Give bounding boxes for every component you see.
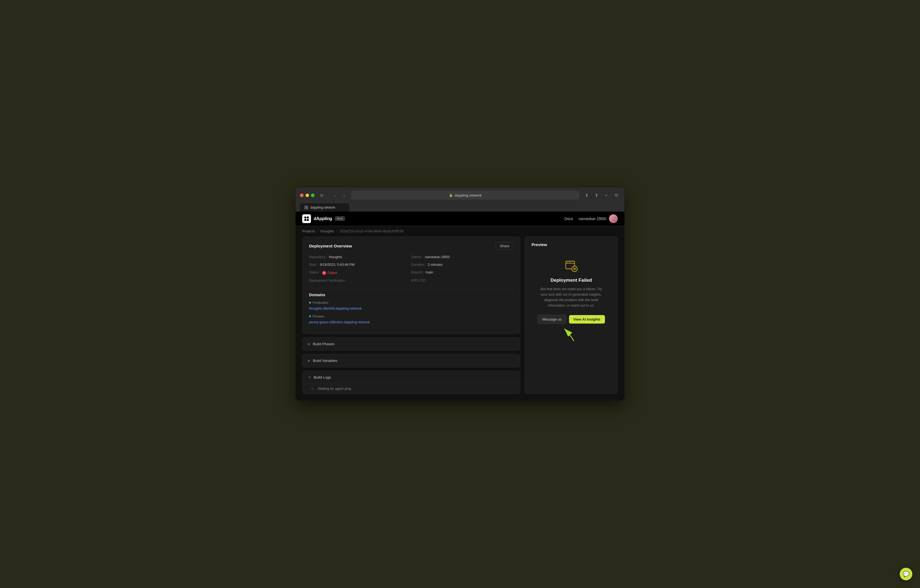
browser-window: ⊞ ‹ › 🔒 dappling.network ⬇ ⬆ ＋ ⧉ dapplin… xyxy=(296,187,624,401)
header-right: Docs namaskar-1f650 xyxy=(564,214,618,223)
duration-item: Duration : 2 minutes xyxy=(411,263,513,267)
right-panel: Preview xyxy=(525,236,618,394)
start-label: Start : xyxy=(309,263,318,267)
back-button[interactable]: ‹ xyxy=(331,191,339,199)
branch-value: main xyxy=(426,270,433,274)
repository-label: Repository : xyxy=(309,255,327,259)
preview-heading: Deployment Failed xyxy=(551,278,592,283)
card-title: Deployment Overview xyxy=(309,244,352,248)
url-text: dappling.network xyxy=(455,193,481,197)
log-num: 0 xyxy=(308,387,313,391)
preview-description: But that does not make you a failure. Tr… xyxy=(537,286,606,308)
minimize-traffic-light[interactable] xyxy=(306,194,309,197)
production-domain-link[interactable]: thoughts-9be50d.dappling.network xyxy=(309,307,362,310)
sidebar-toggle-button[interactable]: ⊞ xyxy=(318,191,326,199)
preview-dot xyxy=(309,315,311,317)
build-logs-chevron: ▼ xyxy=(308,376,311,379)
owner-item: Owner : namaskar-1f650 xyxy=(411,255,513,259)
preview-domain-label: Preview xyxy=(309,315,513,318)
deploy-failed-icon xyxy=(564,260,578,273)
close-traffic-light[interactable] xyxy=(300,194,304,197)
repository-value: thoughts xyxy=(329,255,342,259)
active-tab[interactable]: dappling.network xyxy=(300,204,349,212)
ipfs-cid-label: IPFS CID : xyxy=(411,279,428,283)
deployment-overview-card: Deployment Overview Share Repository : t… xyxy=(302,236,520,334)
left-panel: Deployment Overview Share Repository : t… xyxy=(302,236,520,394)
preview-domain-link[interactable]: peony-grass-o38m4zs.dappling.network xyxy=(309,320,370,324)
duration-value: 2 minutes xyxy=(428,263,442,267)
breadcrumb-thoughts[interactable]: thoughts xyxy=(321,229,334,233)
build-variables-header[interactable]: ▶ Build Variables xyxy=(303,354,520,367)
build-logs-header[interactable]: ▼ Build Logs xyxy=(303,371,520,384)
breadcrumb-sep-2: / xyxy=(336,229,337,233)
share-button[interactable]: ⬆ xyxy=(593,191,600,199)
arrow-annotation xyxy=(556,326,586,342)
start-item: Start : 9/19/2023, 5:43:46 PM xyxy=(309,263,411,267)
forward-button[interactable]: › xyxy=(340,191,348,199)
owner-value: namaskar-1f650 xyxy=(425,255,450,259)
view-ai-insights-button[interactable]: View AI Insights xyxy=(569,315,605,323)
docs-link[interactable]: Docs xyxy=(564,216,573,221)
log-row: 0 Waiting for agent ping xyxy=(303,384,520,394)
lock-icon: 🔒 xyxy=(449,194,453,197)
download-button[interactable]: ⬇ xyxy=(583,191,590,199)
app-logo: dAppling Beta xyxy=(302,214,345,223)
breadcrumb-hash: 2f2bd735-92d2-47b8-89d6-6bdfc60f876f xyxy=(339,229,403,233)
tabs-button[interactable]: ⧉ xyxy=(612,191,620,199)
chat-fab-button[interactable]: 💬 xyxy=(900,568,912,580)
owner-label: Owner : xyxy=(411,255,423,259)
browser-actions: ⬇ ⬆ ＋ ⧉ xyxy=(583,191,620,199)
card-header: Deployment Overview Share xyxy=(309,242,513,250)
build-variables-section: ▶ Build Variables xyxy=(302,354,520,367)
build-phases-header[interactable]: ▶ Build Phases xyxy=(303,338,520,351)
build-phases-section: ▶ Build Phases xyxy=(302,337,520,351)
production-domain-label: Production xyxy=(309,301,513,305)
new-tab-button[interactable]: ＋ xyxy=(603,191,610,199)
beta-badge: Beta xyxy=(335,216,345,221)
logo-icon xyxy=(302,214,311,223)
divider xyxy=(309,288,513,288)
info-grid: Repository : thoughts Owner : namaskar-1… xyxy=(309,255,513,283)
production-label-text: Production xyxy=(313,301,328,305)
start-value: 9/19/2023, 5:43:46 PM xyxy=(320,263,354,267)
breadcrumb-projects[interactable]: Projects xyxy=(302,229,315,233)
branch-item: Branch : main xyxy=(411,270,513,275)
chat-fab-icon: 💬 xyxy=(903,571,910,577)
app-header: dAppling Beta Docs namaskar-1f650 xyxy=(296,212,624,226)
tab-favicon xyxy=(305,205,308,209)
build-phases-chevron: ▶ xyxy=(308,342,310,346)
traffic-lights xyxy=(300,194,314,197)
domains-section: Domains Production thoughts-9be50d.dappl… xyxy=(309,292,513,325)
breadcrumb: Projects / thoughts / 2f2bd735-92d2-47b8… xyxy=(296,226,624,236)
repository-item: Repository : thoughts xyxy=(309,255,411,259)
log-message: Waiting for agent ping xyxy=(318,387,351,391)
duration-label: Duration : xyxy=(411,263,426,267)
browser-nav: ‹ › xyxy=(331,191,348,199)
address-bar[interactable]: 🔒 dappling.network xyxy=(351,191,580,200)
main-layout: Deployment Overview Share Repository : t… xyxy=(296,236,624,401)
ipfs-cid-item: IPFS CID : xyxy=(411,279,513,283)
username-text: namaskar-1f650 xyxy=(579,216,606,221)
message-us-button[interactable]: Message us xyxy=(538,315,566,324)
preview-title: Preview xyxy=(531,242,611,247)
share-button[interactable]: Share xyxy=(496,242,513,250)
preview-card: Preview xyxy=(525,236,618,394)
maximize-traffic-light[interactable] xyxy=(311,194,314,197)
status-dot-icon xyxy=(322,271,326,275)
build-logs-content: 0 Waiting for agent ping xyxy=(303,384,520,394)
status-value: Failed xyxy=(327,271,337,275)
preview-content: Deployment Failed But that does not make… xyxy=(531,251,611,348)
status-item: Status : Failed xyxy=(309,270,411,275)
browser-toolbar: ⊞ ‹ › 🔒 dappling.network ⬇ ⬆ ＋ ⧉ xyxy=(300,191,620,200)
svg-rect-1 xyxy=(307,216,309,218)
user-info[interactable]: namaskar-1f650 xyxy=(579,214,618,223)
svg-rect-2 xyxy=(305,219,306,221)
build-variables-chevron: ▶ xyxy=(308,359,310,362)
app-content: dAppling Beta Docs namaskar-1f650 Projec… xyxy=(296,212,624,401)
branch-label: Branch : xyxy=(411,270,424,274)
status-label: Status : xyxy=(309,270,321,274)
preview-actions: Message us View AI Insights xyxy=(538,315,605,324)
user-avatar xyxy=(609,214,618,223)
svg-rect-0 xyxy=(305,216,306,218)
build-phases-label: Build Phases xyxy=(313,342,335,346)
